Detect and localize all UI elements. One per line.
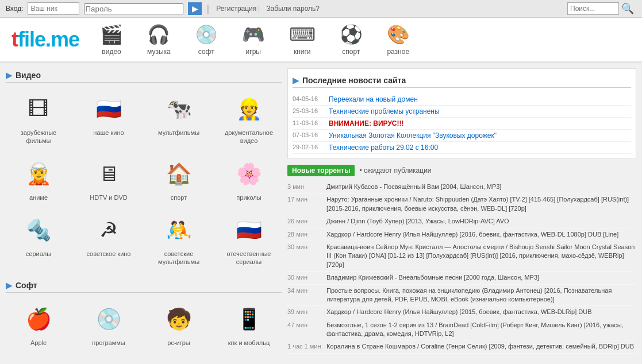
cat-item-our-cinema[interactable]: 🇷🇺 наше кино	[76, 88, 141, 149]
torrent-item: 34 мин Простые вопросы. Книга, похожая н…	[287, 285, 636, 307]
cat-label-pc-games: рс-игры	[167, 339, 190, 347]
cat-icon-hdtv-dvd: 🖥	[91, 157, 126, 191]
torrent-time: 34 мин	[287, 286, 322, 294]
nav-label-books: книги	[294, 48, 311, 56]
cat-label-our-cinema: наше кино	[93, 129, 124, 137]
search-button[interactable]: 🔍	[619, 2, 636, 15]
awaiting-text: • ожидают публикации	[359, 166, 431, 175]
nav-item-games[interactable]: 🎮игры	[233, 22, 274, 57]
soft-category-grid: 🍎 Apple 💿 программы 🧒 рс-игры 📱 кпк и мо…	[6, 299, 282, 350]
nav-label-soft: софт	[198, 48, 214, 56]
torrent-item: 39 мин Хардкор / Hardcore Henry (Илья На…	[287, 306, 636, 319]
cat-item-russian-serials[interactable]: 🇷🇺 отечественные сериалы	[216, 210, 282, 270]
cat-item-foreign-films[interactable]: 🎞 зарубежные фильмы	[6, 88, 71, 149]
cat-item-apple[interactable]: 🍎 Apple	[6, 299, 71, 350]
cat-icon-pc-games: 🧒	[162, 302, 196, 336]
torrent-item: 47 мин Безмозглые, 1 сезон 1-2 серия из …	[287, 319, 636, 341]
torrent-text: Простые вопросы. Книга, похожая на энцик…	[326, 286, 636, 304]
news-item: 29-02-16 Технические работы 29.02 с 16:0…	[293, 142, 631, 154]
torrent-text: Безмозглые, 1 сезон 1-2 серия из 13 / Br…	[326, 321, 636, 339]
soft-section-title: Софт	[16, 281, 37, 290]
nav-label-sport: спорт	[342, 48, 360, 56]
news-list: 04-05-16 Переехали на новый домен 25-03-…	[293, 94, 631, 154]
cat-item-pc-games[interactable]: 🧒 рс-игры	[146, 299, 212, 350]
torrent-text: Дмитрий Кубасов - Посвящённый Вам [2004,…	[326, 183, 501, 191]
torrent-time: 39 мин	[287, 308, 322, 315]
nav-label-misc: разное	[387, 48, 409, 56]
cat-label-cartoons: мультфильмы	[158, 129, 199, 137]
nav-icon-music: 🎧	[147, 24, 170, 45]
nav-icon-books: ⌨	[289, 24, 316, 45]
news-link[interactable]: Переехали на новый домен	[329, 95, 418, 103]
cat-label-fun: приколы	[236, 193, 261, 202]
news-link[interactable]: Технические работы 29.02 с 16:00	[329, 144, 438, 152]
cat-label-soviet-cinema: советское кино	[86, 250, 130, 258]
torrent-text: Хардкор / Hardcore Henry (Илья Найшуллер…	[326, 230, 618, 239]
torrent-time: 3 мин	[287, 183, 322, 190]
news-link[interactable]: Технические проблемы устранены	[329, 107, 440, 115]
cat-item-cartoons[interactable]: 🐄 мультфильмы	[146, 88, 212, 149]
cat-item-hdtv-dvd[interactable]: 🖥 HDTV и DVD	[76, 153, 141, 205]
cat-item-anime[interactable]: 🧝 аниме	[6, 153, 71, 205]
login-button[interactable]: ▶	[188, 2, 202, 15]
cat-label-serials: сериалы	[26, 250, 51, 258]
cat-item-fun[interactable]: 🌸 приколы	[216, 153, 282, 205]
nav-icon-games: 🎮	[242, 24, 265, 45]
login-label: Вход:	[6, 5, 23, 13]
torrent-text: Джинн / Djinn (Тоуб Хупер) [2013, Ужасы,…	[326, 217, 509, 226]
search-input[interactable]	[567, 2, 619, 15]
nav-item-soft[interactable]: 💿софт	[186, 22, 227, 57]
left-panel: ▶ Видео 🎞 зарубежные фильмы 🇷🇺 наше кино…	[6, 68, 282, 360]
news-link[interactable]: ВНИМАНИЕ: ВИРУС!!!	[329, 119, 404, 127]
torrent-time: 17 мин	[287, 195, 322, 203]
cat-icon-russian-serials: 🇷🇺	[232, 213, 266, 247]
site-logo[interactable]: tfile.me	[11, 28, 79, 52]
video-category-grid: 🎞 зарубежные фильмы 🇷🇺 наше кино 🐄 мульт…	[6, 88, 282, 269]
cat-item-kpk-mobile[interactable]: 📱 кпк и мобильц	[216, 299, 282, 350]
forgot-password-link[interactable]: Забыли пароль?	[264, 5, 322, 13]
news-icon: ▶	[293, 76, 299, 85]
header-top-bar: Вход: ▶ | Регистрация Забыли пароль? 🔍	[0, 0, 642, 18]
torrent-time: 47 мин	[287, 321, 322, 328]
cat-item-soviet-cinema[interactable]: ☭ советское кино	[76, 210, 141, 270]
cat-item-documentary[interactable]: 👷 документальное видео	[216, 88, 282, 149]
cat-icon-apple: 🍎	[21, 302, 56, 336]
cat-item-sport-video[interactable]: 🏠 спорт	[146, 153, 212, 205]
news-date: 11-03-16	[293, 119, 324, 127]
password-input[interactable]	[84, 3, 183, 14]
torrents-header: Новые торренты • ожидают публикации	[287, 165, 636, 176]
torrent-text: Хардкор / Hardcore Henry (Илья Найшуллер…	[326, 308, 592, 316]
news-section: ▶ Последние новости сайта 04-05-16 Перее…	[287, 68, 636, 159]
cat-label-sport-video: спорт	[171, 193, 187, 202]
nav-icon-soft: 💿	[195, 24, 218, 45]
cat-label-anime: аниме	[29, 193, 48, 202]
nav-item-misc[interactable]: 🎨разное	[378, 22, 419, 57]
cat-icon-programs: 💿	[91, 302, 126, 336]
nav-item-sport[interactable]: ⚽спорт	[330, 22, 372, 57]
nav-item-video[interactable]: 🎬видео	[91, 22, 132, 57]
register-link[interactable]: Регистрация	[214, 5, 259, 13]
news-link[interactable]: Уникальная Золотая Коллекция "Звуковых д…	[329, 131, 497, 140]
news-item: 25-03-16 Технические проблемы устранены	[293, 106, 631, 118]
news-date: 25-03-16	[293, 107, 324, 115]
cat-label-russian-serials: отечественные сериалы	[218, 250, 279, 266]
video-section-header: ▶ Видео	[6, 68, 282, 83]
cat-label-documentary: документальное видео	[218, 129, 279, 145]
torrent-text: Красавица-воин Сейлор Мун: Кристалл — Ап…	[326, 243, 636, 269]
nav-item-music[interactable]: 🎧музыка	[138, 22, 180, 57]
torrent-item: 17 мин Наруто: Ураганные хроники / Narut…	[287, 193, 636, 215]
nav-label-music: музыка	[147, 48, 171, 56]
cat-item-programs[interactable]: 💿 программы	[76, 299, 141, 350]
nav-item-books[interactable]: ⌨книги	[280, 22, 325, 57]
cat-item-soviet-cartoons[interactable]: 🤼 советские мультфильмы	[146, 210, 212, 270]
cat-label-hdtv-dvd: HDTV и DVD	[90, 193, 127, 202]
nav-icon-misc: 🎨	[387, 24, 410, 45]
cat-item-serials[interactable]: 🔩 сериалы	[6, 210, 71, 270]
username-input[interactable]	[28, 2, 79, 15]
cat-icon-soviet-cinema: ☭	[91, 213, 126, 247]
nav-icon-sport: ⚽	[340, 24, 363, 45]
news-date: 29-02-16	[293, 144, 324, 152]
torrent-time: 28 мин	[287, 230, 322, 238]
separator-1: |	[206, 3, 209, 15]
torrent-text: Владимир Крижевский - Внеальбомные песни…	[326, 273, 539, 282]
